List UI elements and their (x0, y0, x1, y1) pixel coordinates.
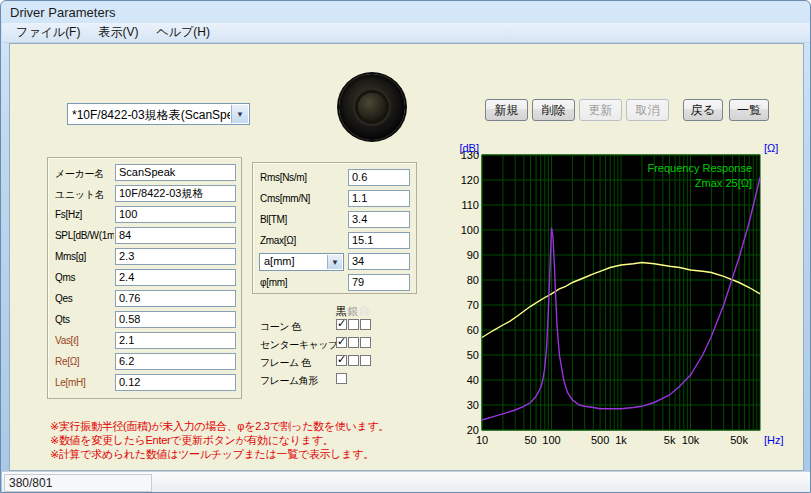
frame-square-checkbox-0[interactable] (336, 373, 347, 384)
input-bl[interactable]: 3.4 (348, 211, 410, 228)
svg-text:Zmax 25[Ω]: Zmax 25[Ω] (695, 177, 752, 189)
input-qms[interactable]: 2.4 (115, 269, 236, 286)
frame-color-checkbox-1[interactable] (348, 355, 359, 366)
label-re: Re[Ω] (55, 356, 114, 367)
field-row-fs: Fs[Hz]100 (48, 206, 241, 226)
field-row-zmax: Zmax[Ω]15.1 (253, 232, 416, 252)
field-row-qms: Qms2.4 (48, 269, 241, 289)
cone-color-checkbox-0[interactable] (336, 319, 347, 330)
frame-color-checkbox-2[interactable] (360, 355, 371, 366)
input-qts[interactable]: 0.58 (115, 311, 236, 328)
cone-color-checkbox-2[interactable] (360, 319, 371, 330)
input-unit-name[interactable]: 10F/8422-03規格 (115, 185, 236, 202)
svg-text:Frequency Response: Frequency Response (647, 162, 752, 174)
color-column-header-1: 銀 (347, 304, 359, 319)
input-mms[interactable]: 2.3 (115, 248, 236, 265)
color-column-header-2: 白 (359, 304, 371, 319)
field-row-le: Le[mH]0.12 (48, 374, 241, 394)
label-qes: Qes (55, 293, 114, 304)
cancel-button: 取消 (626, 99, 669, 121)
field-row-qts: Qts0.58 (48, 311, 241, 331)
label-spl: SPL[dB/W(1m)] (55, 230, 114, 241)
field-row-mms: Mms[g]2.3 (48, 248, 241, 268)
status-record-count: 380/801 (4, 474, 152, 492)
svg-text:50: 50 (524, 434, 536, 446)
svg-text:50k: 50k (730, 434, 748, 446)
svg-text:[dB]: [dB] (459, 144, 479, 154)
input-a[interactable]: 34 (348, 253, 410, 270)
preset-combo-value: *10F/8422-03規格表(ScanSpe (72, 107, 230, 124)
svg-text:80: 80 (467, 274, 479, 286)
field-row-rms: Rms[Ns/m]0.6 (253, 169, 416, 189)
unit-select-value: a[mm] (264, 255, 326, 267)
label-zmax: Zmax[Ω] (260, 235, 346, 246)
svg-text:120: 120 (461, 174, 479, 186)
note-line-0: ※実行振動半径(面積)が未入力の場合、φを2.3で割った数を使います。 (50, 419, 389, 434)
chevron-down-icon[interactable]: ▼ (231, 105, 248, 123)
svg-text:500: 500 (591, 434, 609, 446)
svg-text:30: 30 (467, 399, 479, 411)
input-fs[interactable]: 100 (115, 206, 236, 223)
preset-combo[interactable]: *10F/8422-03規格表(ScanSpe ▼ (67, 103, 250, 125)
status-bar: 380/801 (2, 471, 811, 493)
list-button[interactable]: 一覧 (729, 99, 769, 121)
label-rms: Rms[Ns/m] (260, 172, 346, 183)
label-centercap-color: センターキャップ色 (260, 338, 336, 352)
label-maker-name: メーカー名 (55, 167, 114, 181)
title-bar[interactable]: Driver Parameters (1, 1, 810, 23)
parameters-groupbox-left: メーカー名ScanSpeakユニット名10F/8422-03規格Fs[Hz]10… (47, 157, 242, 399)
svg-text:100: 100 (461, 224, 479, 236)
svg-text:[Ω]: [Ω] (764, 144, 778, 154)
input-re[interactable]: 6.2 (115, 353, 236, 370)
svg-text:90: 90 (467, 249, 479, 261)
svg-text:50: 50 (467, 349, 479, 361)
input-cms[interactable]: 1.1 (348, 190, 410, 207)
frame-color-checkbox-0[interactable] (336, 355, 347, 366)
delete-button[interactable]: 削除 (532, 99, 575, 121)
back-button[interactable]: 戻る (683, 99, 723, 121)
label-phi: φ[mm] (260, 277, 346, 288)
label-le: Le[mH] (55, 377, 114, 388)
label-bl: Bl[TM] (260, 214, 346, 225)
chevron-down-icon[interactable]: ▼ (327, 255, 342, 269)
svg-text:1k: 1k (615, 434, 627, 446)
field-row-maker-name: メーカー名ScanSpeak (48, 164, 241, 184)
menu-item-view[interactable]: 表示(V) (90, 23, 146, 43)
label-vas: Vas[ℓ] (55, 335, 114, 346)
note-line-1: ※数値を変更したらEnterで更新ボタンが有効になります。 (50, 433, 333, 448)
input-spl[interactable]: 84 (115, 227, 236, 244)
input-le[interactable]: 0.12 (115, 374, 236, 391)
input-vas[interactable]: 2.1 (115, 332, 236, 349)
field-row-unit-name: ユニット名10F/8422-03規格 (48, 185, 241, 205)
field-row-spl: SPL[dB/W(1m)]84 (48, 227, 241, 247)
input-qes[interactable]: 0.76 (115, 290, 236, 307)
label-cone-color: コーン 色 (260, 320, 336, 334)
cone-color-checkbox-1[interactable] (348, 319, 359, 330)
input-rms[interactable]: 0.6 (348, 169, 410, 186)
svg-text:100: 100 (542, 434, 560, 446)
update-button: 更新 (579, 99, 622, 121)
menu-item-file[interactable]: ファイル(F) (8, 23, 88, 43)
centercap-color-checkbox-0[interactable] (336, 337, 347, 348)
colors-group: 黒銀白コーン 色センターキャップ色フレーム 色フレーム角形 (252, 299, 430, 394)
label-frame-color: フレーム 色 (260, 356, 336, 370)
unit-select-combo[interactable]: a[mm]▼ (259, 253, 344, 271)
field-row-a: a[mm]▼34 (253, 253, 416, 273)
label-fs: Fs[Hz] (55, 209, 114, 220)
note-line-2: ※計算で求められた数値はツールチップまたは一覧で表示します。 (50, 447, 374, 462)
svg-text:110: 110 (461, 199, 479, 211)
field-row-re: Re[Ω]6.2 (48, 353, 241, 373)
field-row-bl: Bl[TM]3.4 (253, 211, 416, 231)
menu-item-help[interactable]: ヘルプ(H) (148, 23, 218, 43)
svg-text:[Hz]: [Hz] (764, 434, 784, 446)
input-maker-name[interactable]: ScanSpeak (115, 164, 236, 181)
new-button[interactable]: 新規 (485, 99, 528, 121)
input-zmax[interactable]: 15.1 (348, 232, 410, 249)
svg-text:5k: 5k (664, 434, 676, 446)
label-mms: Mms[g] (55, 251, 114, 262)
centercap-color-checkbox-2[interactable] (360, 337, 371, 348)
svg-text:70: 70 (467, 299, 479, 311)
frequency-response-chart: 203040506070809010011012013010501005001k… (442, 144, 802, 456)
input-phi[interactable]: 79 (348, 274, 410, 291)
centercap-color-checkbox-1[interactable] (348, 337, 359, 348)
